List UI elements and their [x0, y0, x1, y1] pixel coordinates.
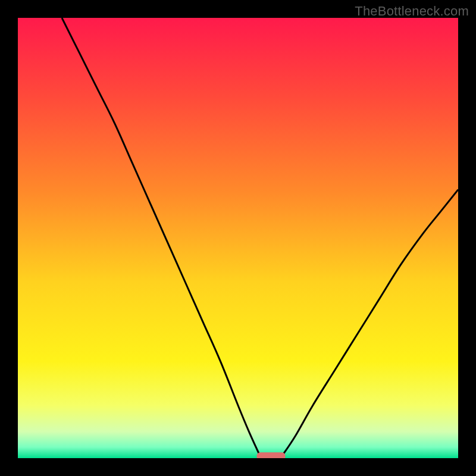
chart-svg	[18, 18, 458, 458]
minimum-marker	[256, 452, 285, 458]
chart-frame: TheBottleneck.com	[0, 0, 476, 476]
plot-area	[18, 18, 458, 458]
gradient-background	[18, 18, 458, 458]
watermark-text: TheBottleneck.com	[355, 4, 469, 19]
